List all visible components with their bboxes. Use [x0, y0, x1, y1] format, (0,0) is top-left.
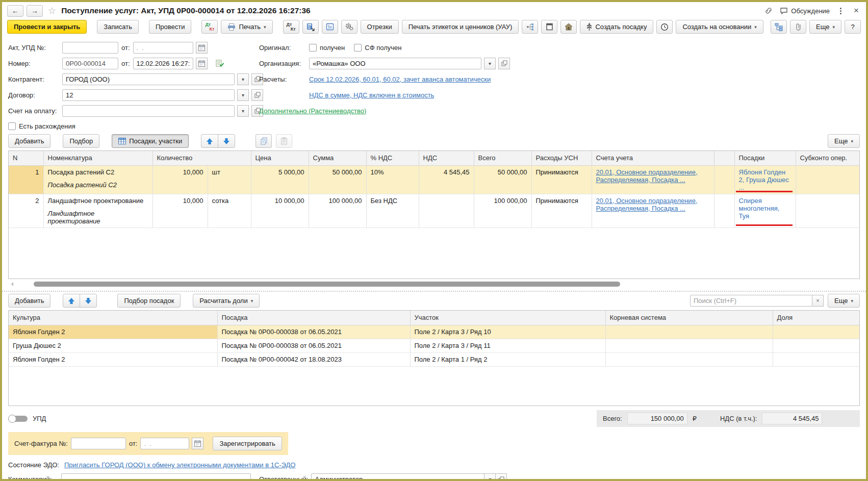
open-link-icon[interactable]	[495, 473, 507, 481]
act-number-label: Акт, УПД №:	[8, 44, 59, 52]
warehouse-button[interactable]	[560, 20, 577, 34]
number-input[interactable]	[62, 58, 118, 69]
window-button[interactable]	[541, 20, 557, 34]
act-number-input[interactable]	[62, 42, 118, 54]
items-pick-button[interactable]: Подбор	[63, 134, 99, 148]
plantings-more-button[interactable]: Еще▾	[828, 294, 860, 308]
responsible-input[interactable]	[311, 473, 484, 481]
calendar-icon[interactable]	[196, 42, 208, 54]
plantings-cell-link[interactable]: Спирея многолетняя, Туя	[739, 197, 780, 220]
structure-button[interactable]	[522, 20, 538, 34]
organization-input[interactable]	[309, 58, 481, 69]
plant-icon	[586, 23, 592, 31]
items-add-button[interactable]: Добавить	[8, 134, 50, 148]
calendar-icon[interactable]	[192, 438, 203, 449]
more-vertical-button[interactable]	[837, 7, 845, 15]
act-from-label: от:	[121, 44, 130, 52]
print-labels-button[interactable]: Печать этикеток и ценников (УАУ)	[402, 20, 519, 34]
plantings-move-down-button[interactable]	[80, 294, 97, 308]
discrepancies-checkbox[interactable]	[8, 122, 16, 130]
edo-invite-link[interactable]: Пригласить ГОРОД (ООО) к обмену электрон…	[64, 461, 295, 469]
paste-rows-button[interactable]	[276, 134, 292, 148]
create-planting-button[interactable]: Создать посадку	[580, 20, 653, 34]
invoice-document-button[interactable]	[322, 20, 338, 34]
plantings-pick-button[interactable]: Подбор посадок	[117, 294, 181, 308]
favorite-star-icon[interactable]: ☆	[48, 5, 56, 16]
plantings-add-button[interactable]: Добавить	[8, 294, 50, 308]
vat-settings-link[interactable]: НДС в сумме, НДС включен в стоимость	[309, 91, 434, 99]
accounts-link[interactable]: 20.01, Основное подразделение, Распредел…	[596, 168, 698, 184]
comment-input[interactable]	[61, 473, 251, 481]
price-check-button[interactable]	[302, 20, 319, 34]
chevron-down-icon[interactable]: ▾	[237, 89, 249, 101]
link-icon[interactable]	[764, 7, 773, 15]
totals-bar: Всего: 150 000,00 ₽ НДС (в т.ч.): 4 545,…	[597, 410, 860, 427]
post-and-close-button[interactable]: Провести и закрыть	[7, 20, 87, 34]
create-based-on-button[interactable]: Создать на основании▾	[676, 20, 763, 34]
scroll-left-icon[interactable]	[9, 282, 13, 286]
plantings-toolbar: Добавить Подбор посадок Расчитать доли▾ …	[8, 294, 860, 308]
copy-rows-button[interactable]	[256, 134, 272, 148]
invoice-date-input[interactable]	[140, 438, 189, 449]
forward-button[interactable]: →	[27, 5, 43, 17]
invoice-number-input[interactable]	[71, 438, 126, 449]
arrow-up-icon	[68, 297, 75, 305]
attachments-button[interactable]	[790, 20, 806, 34]
sf-received-checkbox[interactable]	[354, 44, 362, 52]
search-input[interactable]	[690, 295, 812, 307]
invoice-number-label: Счет-фактура №:	[14, 440, 68, 447]
help-button[interactable]: ?	[845, 20, 861, 34]
open-link-icon[interactable]	[498, 58, 510, 69]
print-button[interactable]: Печать▾	[221, 20, 272, 34]
settings-gears-button[interactable]	[341, 20, 358, 34]
move-up-button[interactable]	[201, 134, 218, 148]
paste-clipboard-icon	[280, 137, 288, 145]
more-button[interactable]: Еще▾	[809, 20, 841, 34]
save-button[interactable]: Записать	[97, 20, 139, 34]
payment-invoice-input[interactable]	[62, 105, 235, 117]
plantings-plots-toggle-button[interactable]: Посадки, участки	[112, 134, 189, 148]
currency-symbol: ₽	[693, 415, 697, 422]
post-button[interactable]: Провести	[149, 20, 192, 34]
dtkt-report-button[interactable]: ДтКт	[283, 20, 299, 34]
calendar-icon[interactable]	[196, 58, 208, 69]
chevron-down-icon[interactable]: ▾	[484, 58, 496, 69]
chevron-down-icon[interactable]: ▾	[237, 73, 249, 85]
move-down-button[interactable]	[218, 134, 235, 148]
plantings-cell-link[interactable]: Яблоня Голден 2, Груша Дюшес ...	[739, 168, 789, 191]
act-date-input[interactable]	[133, 42, 193, 54]
plantings-move-up-button[interactable]	[63, 294, 80, 308]
dtkt-postings-button[interactable]: ДтКт	[201, 20, 218, 34]
col-quantity: Количество	[152, 151, 251, 165]
calc-shares-button[interactable]: Расчитать доли▾	[193, 294, 260, 308]
document-check-icon[interactable]	[216, 59, 224, 67]
scrollbar-thumb[interactable]	[34, 282, 620, 287]
table-grid-icon	[118, 138, 126, 144]
close-icon[interactable]: ×	[852, 6, 861, 16]
upd-toggle[interactable]	[8, 415, 28, 423]
back-button[interactable]: ←	[7, 5, 23, 17]
col-root-system: Корневая система	[605, 311, 773, 325]
segments-button[interactable]: Отрезки	[361, 20, 399, 34]
invoice-from-label: от:	[129, 440, 138, 447]
related-documents-button[interactable]	[771, 20, 787, 34]
main-toolbar: Провести и закрыть Записать Провести ДтК…	[2, 18, 866, 37]
date-input[interactable]	[133, 58, 193, 69]
number-label: Номер:	[8, 60, 59, 67]
section-splitter[interactable]	[2, 291, 866, 292]
chevron-down-icon[interactable]: ▾	[237, 105, 249, 117]
original-received-checkbox[interactable]	[309, 44, 317, 52]
settlements-terms-link[interactable]: Срок 12.02.2026, 60.01, 60.02, зачет ава…	[309, 75, 491, 83]
history-button[interactable]	[656, 20, 673, 34]
clear-search-icon[interactable]: ×	[812, 295, 824, 307]
additional-link[interactable]: Дополнительно (Растениеводство)	[259, 107, 366, 115]
contract-input[interactable]	[62, 89, 235, 101]
chevron-down-icon[interactable]: ▾	[484, 473, 496, 481]
discussion-button[interactable]: Обсуждение	[780, 7, 830, 15]
accounts-link[interactable]: 20.01, Основное подразделение, Распредел…	[596, 197, 698, 212]
items-more-button[interactable]: Еще▾	[828, 134, 860, 148]
register-invoice-button[interactable]: Зарегистрировать	[213, 437, 282, 450]
counterparty-input[interactable]	[62, 73, 235, 85]
document-header-form: Акт, УПД №: от: Номер: от: Контрагент:	[8, 39, 860, 132]
dropdown-caret-icon: ▾	[754, 24, 757, 30]
